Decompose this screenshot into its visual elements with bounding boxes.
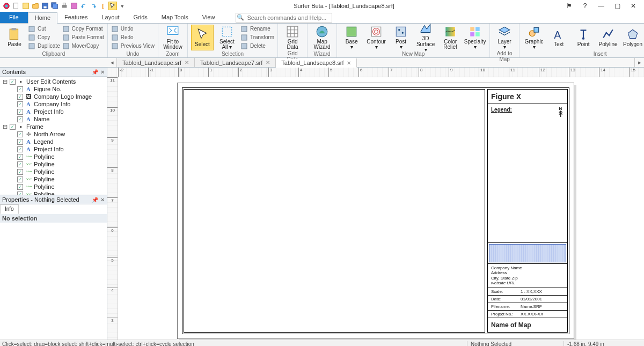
tree-item[interactable]: ✓AProject Info [0,108,107,115]
tree-checkbox[interactable]: ✓ [17,169,23,175]
doc-tab[interactable]: Tabloid_Landscape8.srf✕ [276,58,357,68]
pastefmt-button[interactable]: Paste Format [62,33,104,41]
properties-tab-info[interactable]: Info [0,204,19,214]
wizard-button[interactable]: MapWizard [311,25,333,50]
open-icon[interactable] [31,2,40,10]
tree-checkbox[interactable]: ✓ [17,101,23,107]
export-icon[interactable] [70,2,78,10]
tree-item[interactable]: ✓〰Polyline [0,183,107,190]
tree-item[interactable]: ✓〰Polyline [0,175,107,183]
tree-item[interactable]: ✓ALegend [0,138,107,145]
close-button[interactable]: ✕ [626,1,641,11]
select-button[interactable]: Select [191,25,214,50]
maximize-button[interactable]: ▢ [610,1,625,11]
ribbon-tab-maptools[interactable]: Map Tools [155,12,195,23]
project-info[interactable]: Scale:1 : XX,XXXDate:01/01/2001Filename:… [488,288,567,318]
cut-button[interactable]: Cut [28,25,60,33]
tree-item[interactable]: ✓AProject Info [0,145,107,153]
doc-tab[interactable]: Tabloid_Landscape7.srf✕ [195,58,276,67]
north-arrow[interactable]: N ↟ [557,106,564,117]
ribbon-tab-grids[interactable]: Grids [127,12,155,23]
map-frame[interactable] [184,89,485,333]
contents-tree[interactable]: ⊟✓▪User Edit Contents✓AFigure No.✓🖼Compa… [0,77,107,195]
transform-button[interactable]: Transform [240,33,274,41]
doc-tab-scroll-left[interactable]: ◂ [107,58,117,67]
copyfmt-button[interactable]: Copy Format [62,25,104,33]
select-tool-icon[interactable] [108,2,117,10]
tree-checkbox[interactable]: ✓ [17,161,23,167]
tree-item[interactable]: ✓ACompany Info [0,100,107,108]
tree-item[interactable]: ✓🖼Company Logo Image [0,93,107,100]
polygon-button[interactable]: Polygon [621,25,644,50]
tree-item[interactable]: ✓✛North Arrow [0,130,107,138]
ribbon-tab-file[interactable]: File [0,12,28,23]
doc-tab[interactable]: Tabloid_Landscape.srf✕ [117,58,195,67]
doc-tab-close-icon[interactable]: ✕ [347,60,351,66]
search-input[interactable] [236,13,332,23]
tree-item[interactable]: ✓〰Polyline [0,168,107,175]
prev-button[interactable]: Previous View [111,42,155,50]
colorrelief-button[interactable]: ColorRelief [439,25,462,50]
tree-checkbox[interactable]: ✓ [17,139,23,145]
figure-title[interactable]: Figure X [488,90,567,104]
tree-item[interactable]: ✓〰Polyline [0,153,107,160]
tree-twisty-icon[interactable]: ⊟ [2,123,8,130]
doc-tab-close-icon[interactable]: ✕ [185,60,189,65]
contour-button[interactable]: Contour▾ [365,25,387,50]
bracket-left-icon[interactable]: [ [99,2,107,10]
pin-icon[interactable]: 📌 [92,69,98,75]
tree-checkbox[interactable]: ✓ [17,109,23,115]
fit-button[interactable]: Fit toWindow [162,25,184,50]
new-grid-icon[interactable] [21,2,30,10]
tree-twisty-icon[interactable]: ⊟ [2,78,8,85]
drawing-canvas[interactable]: Figure X Legend: N ↟ Company Name [118,77,644,340]
ribbon-tab-layout[interactable]: Layout [95,12,127,23]
ribbon-tab-view[interactable]: View [195,12,222,23]
surf3d-button[interactable]: 3DSurface ▾ [414,25,437,50]
tree-checkbox[interactable]: ✓ [17,86,23,92]
logo-box[interactable] [488,242,567,264]
properties-close-icon[interactable]: ✕ [100,197,105,203]
tree-checkbox[interactable]: ✓ [17,94,23,100]
point-button[interactable]: Point [572,25,595,50]
polyline-button[interactable]: Polyline [597,25,619,50]
specialty-button[interactable]: Specialty▾ [464,25,486,50]
griddata-button[interactable]: GridData [281,25,304,50]
duplicate-button[interactable]: Duplicate [28,42,60,50]
panel-close-icon[interactable]: ✕ [100,69,105,75]
paste-button[interactable]: Paste [3,25,26,50]
layer-button[interactable]: Layer▾ [493,25,516,50]
base-button[interactable]: Base▾ [340,25,363,50]
tree-checkbox[interactable]: ✓ [17,176,23,182]
ribbon-tab-home[interactable]: Home [28,12,57,24]
flag-icon[interactable]: ⚑ [561,1,576,11]
redo-icon[interactable] [89,2,98,10]
movecopy-button[interactable]: Move/Copy [62,42,104,50]
undo-icon[interactable] [79,2,88,10]
tree-item[interactable]: ⊟✓▪User Edit Contents [0,78,107,85]
new-icon[interactable] [12,2,20,10]
print-icon[interactable] [60,2,69,10]
doc-tab-close-icon[interactable]: ✕ [266,60,270,65]
selectall-button[interactable]: SelectAll ▾ [216,25,238,50]
rename-button[interactable]: Rename [240,25,274,33]
help-icon[interactable]: ? [577,1,592,11]
tree-checkbox[interactable]: ✓ [17,131,23,137]
tree-checkbox[interactable]: ✓ [10,124,16,130]
doc-tab-scroll-right[interactable]: ▸ [634,58,644,67]
post-button[interactable]: Post▾ [390,25,412,50]
graphic-button[interactable]: Graphic▾ [523,25,545,50]
tree-checkbox[interactable]: ✓ [17,184,23,190]
copy-button[interactable]: Copy [28,33,60,41]
ribbon-tab-features[interactable]: Features [57,12,94,23]
redo-button[interactable]: Redo [111,33,155,41]
text-button[interactable]: AText [547,25,570,50]
tree-checkbox[interactable]: ✓ [17,154,23,160]
properties-pin-icon[interactable]: 📌 [92,197,98,203]
save-all-icon[interactable] [50,2,59,10]
save-icon[interactable] [41,2,49,10]
tree-item[interactable]: ✓AName [0,115,107,123]
legend-box[interactable]: Legend: N ↟ [488,104,567,242]
tree-checkbox[interactable]: ✓ [17,116,23,122]
minimize-button[interactable]: — [594,1,609,11]
